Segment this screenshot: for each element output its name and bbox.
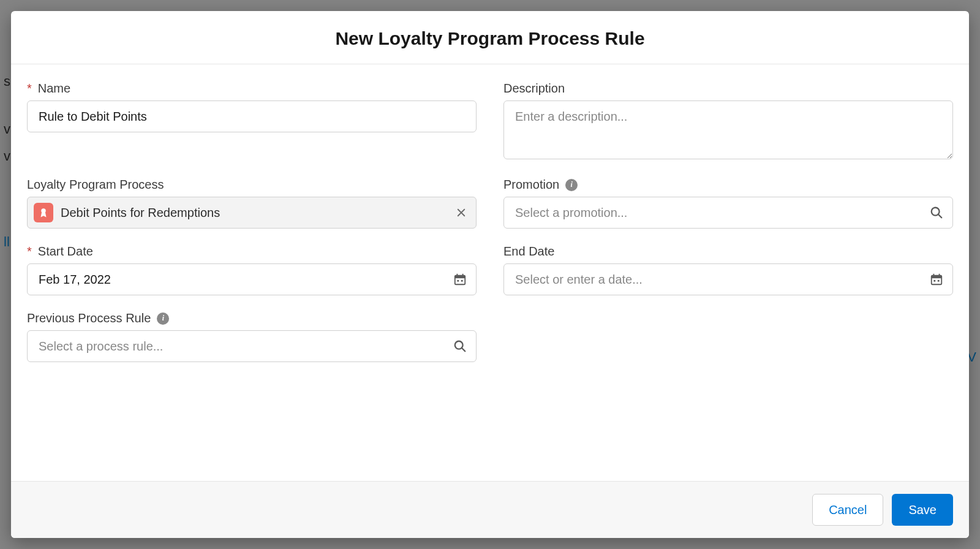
search-icon[interactable] <box>451 338 469 355</box>
process-selected-pill[interactable]: Debit Points for Redemptions <box>27 197 477 229</box>
description-label: Description <box>503 81 953 96</box>
svg-rect-11 <box>939 274 940 277</box>
modal-body: * Name Description Loyalty Program Proce… <box>11 64 969 481</box>
promotion-label: Promotion i <box>503 178 953 192</box>
field-previous-process-rule: Previous Process Rule i <box>27 311 477 362</box>
svg-rect-6 <box>457 280 459 282</box>
save-button[interactable]: Save <box>892 494 953 526</box>
process-label: Loyalty Program Process <box>27 178 477 192</box>
end-date-picker[interactable] <box>503 263 953 295</box>
modal-header: New Loyalty Program Process Rule <box>11 11 969 64</box>
name-label: * Name <box>27 81 477 96</box>
description-textarea[interactable] <box>503 100 953 159</box>
info-icon[interactable]: i <box>157 312 169 325</box>
previous-rule-input[interactable] <box>39 331 445 362</box>
svg-point-0 <box>41 208 46 213</box>
previous-rule-lookup[interactable] <box>27 330 477 362</box>
label-text: End Date <box>503 244 554 259</box>
new-rule-modal: New Loyalty Program Process Rule * Name … <box>11 11 969 538</box>
cancel-button[interactable]: Cancel <box>812 494 883 526</box>
required-indicator: * <box>27 244 32 259</box>
svg-rect-3 <box>455 276 466 279</box>
field-description: Description <box>503 81 953 162</box>
required-indicator: * <box>27 81 32 96</box>
label-text: Loyalty Program Process <box>27 178 164 192</box>
award-icon <box>34 203 53 222</box>
label-text: Previous Process Rule <box>27 311 151 325</box>
calendar-icon[interactable] <box>928 271 945 288</box>
calendar-icon[interactable] <box>451 271 469 288</box>
svg-rect-7 <box>461 280 463 282</box>
field-promotion: Promotion i <box>503 178 953 229</box>
previous-rule-label: Previous Process Rule i <box>27 311 477 325</box>
end-date-input[interactable] <box>515 264 922 295</box>
field-name: * Name <box>27 81 477 162</box>
svg-rect-12 <box>933 280 935 282</box>
process-selected-text: Debit Points for Redemptions <box>61 206 445 220</box>
label-text: Description <box>503 81 565 96</box>
label-text: Promotion <box>503 178 559 192</box>
svg-rect-9 <box>932 276 942 279</box>
modal-title: New Loyalty Program Process Rule <box>23 28 957 49</box>
modal-footer: Cancel Save <box>11 481 969 538</box>
promotion-lookup[interactable] <box>503 197 953 229</box>
search-icon[interactable] <box>928 204 945 221</box>
label-text: Name <box>38 81 70 96</box>
start-date-label: * Start Date <box>27 244 477 259</box>
svg-rect-5 <box>462 274 464 277</box>
start-date-picker[interactable] <box>27 263 477 295</box>
svg-rect-13 <box>938 280 940 282</box>
promotion-input[interactable] <box>515 197 922 228</box>
field-loyalty-program-process: Loyalty Program Process Debit Points for… <box>27 178 477 229</box>
end-date-label: End Date <box>503 244 953 259</box>
info-icon[interactable]: i <box>565 179 578 191</box>
clear-process-button[interactable] <box>453 204 470 221</box>
svg-rect-4 <box>457 274 458 277</box>
start-date-input[interactable] <box>39 264 445 295</box>
field-start-date: * Start Date <box>27 244 477 295</box>
svg-rect-10 <box>933 274 935 277</box>
label-text: Start Date <box>38 244 93 259</box>
field-end-date: End Date <box>503 244 953 295</box>
name-input[interactable] <box>27 100 477 132</box>
